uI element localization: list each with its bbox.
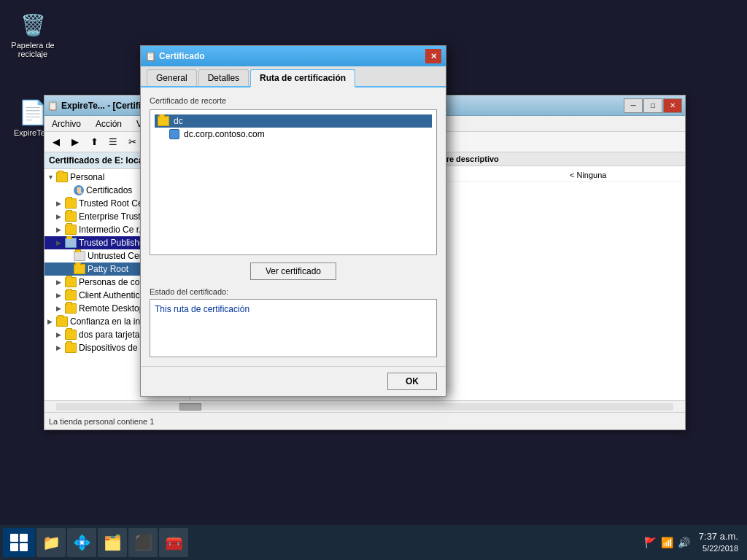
tray-icons: 🚩 📶 🔊 [644,537,690,548]
clock[interactable]: 7:37 a.m. 5/22/2018 [699,530,738,555]
menu-archivo[interactable]: Archivo [47,117,85,131]
tab-ruta-certificacion[interactable]: Ruta de certificación [250,69,355,88]
desktop: 🗑️ Papelera de reciclaje 📄 ExpireTe... 📋… [0,0,747,525]
clock-time: 7:37 a.m. [699,530,738,543]
taskbar-tools[interactable]: 🧰 [159,528,188,557]
status-text-content: This ruta de certificación [155,304,249,314]
forward-button[interactable]: ▶ [66,134,84,150]
chain-cert-icon [169,129,179,139]
start-icon [10,534,28,551]
tarjetas-folder-icon [65,330,77,340]
tab-general[interactable]: General [147,69,197,86]
start-button[interactable] [3,528,35,557]
recycle-bin-image: 🗑️ [18,10,47,39]
scroll-track [56,403,673,411]
remote-folder-icon [65,303,77,314]
flag-tray-icon: 🚩 [644,537,657,548]
mmc-minimize-button[interactable]: ─ [624,98,643,113]
tree-arrow-enterprise: ▶ [56,213,65,220]
cert-dialog: 📋 Certificado ✕ General Detalles Ruta de… [140,45,446,397]
cert-dialog-title-text: 📋 Certificado [145,51,205,61]
tree-label-remote: Remote Desktop [79,303,144,314]
mmc-close-button[interactable]: ✕ [663,98,682,113]
tree-arrow-personas: ▶ [56,279,65,286]
status-label: Estado del certificado: [150,287,437,296]
recycle-bin-label: Papelera de reciclaje [10,41,55,58]
cert-dialog-footer: OK [141,366,446,396]
cert-dialog-titlebar: 📋 Certificado ✕ [141,46,446,66]
network-tray-icon: 📶 [661,537,673,548]
intermedio-folder-icon [65,225,77,235]
confianza-folder-icon [56,316,68,327]
trusted-published-folder-icon [65,238,77,248]
tree-arrow-confianza: ▶ [47,318,56,325]
chain-dc-corp-label: dc.corp.contoso.com [184,129,265,139]
view-cert-button[interactable]: Ver certificado [250,262,336,280]
tree-arrow-intermedio: ▶ [56,226,65,233]
status-section: Estado del certificado: This ruta de cer… [150,287,437,357]
tree-label-intermedio: Intermedio Ce r... [79,225,146,235]
scissors-button[interactable]: ✂ [123,134,141,150]
tree-arrow-client: ▶ [56,292,65,299]
details-button[interactable]: ☰ [104,134,122,150]
clock-date: 5/22/2018 [699,543,738,554]
mmc-statusbar: La tienda personal contiene 1 [44,412,685,429]
row-nombre: < Ninguna [570,171,679,179]
cert-tab-bar: General Detalles Ruta de certificación [141,66,446,88]
taskbar-powershell[interactable]: 💠 [67,528,96,557]
status-box: This ruta de certificación [150,299,437,357]
cert-store-icon: 📜 [74,185,84,195]
file-image: 📄 [18,98,47,127]
chain-item-dc-corp[interactable]: dc.corp.contoso.com [155,128,432,141]
tree-arrow-trusted: ▶ [56,200,65,207]
tree-arrow-dispositivos: ▶ [56,344,65,351]
trusted-root-folder-icon [65,198,77,209]
cert-chain-label: Certificado de recorte [150,96,437,105]
mmc-maximize-button[interactable]: □ [643,98,662,113]
dispositivos-folder-icon [65,343,77,353]
taskbar: 📁 💠 🗂️ ⬛ 🧰 🚩 📶 🔊 7:37 a.m. 5/22/2018 [0,525,747,560]
client-folder-icon [65,290,77,300]
cert-chain-box[interactable]: dc dc.corp.contoso.com [150,109,437,255]
tree-label-personal: Personal [70,172,104,182]
cert-dialog-icon: 📋 [145,51,156,61]
menu-accion[interactable]: Acción [91,117,126,131]
mmc-title-icon: 📋 [47,101,58,111]
scroll-thumb [179,403,201,411]
personas-folder-icon [65,277,77,287]
tree-arrow-published: ▶ [56,239,65,246]
untrusted-folder-icon [74,251,85,261]
cert-dialog-close-button[interactable]: ✕ [425,49,441,63]
status-text: La tienda personal contiene 1 [49,417,154,426]
cert-dialog-body: Certificado de recorte dc dc.corp.contos… [141,88,446,366]
tree-label-patty-root: Patty Root [88,264,128,274]
mmc-scrollbar[interactable] [44,400,685,412]
mmc-window-controls: ─ □ ✕ [624,98,682,113]
taskbar-cmd[interactable]: ⬛ [128,528,158,557]
system-tray: 🚩 📶 🔊 7:37 a.m. 5/22/2018 [638,530,744,555]
ok-button[interactable]: OK [387,373,437,390]
personal-folder-icon [56,172,68,182]
enterprise-folder-icon [65,211,77,222]
tree-arrow-remote: ▶ [56,305,65,312]
chain-dc-label: dc [174,116,183,126]
up-button[interactable]: ⬆ [85,134,103,150]
chain-item-dc[interactable]: dc [155,114,432,128]
chain-dc-icon [158,116,169,126]
taskbar-folder[interactable]: 🗂️ [98,528,127,557]
recycle-bin-icon[interactable]: 🗑️ Papelera de reciclaje [7,7,58,61]
tree-label-enterprise: Enterprise Trust [79,211,141,222]
tree-arrow: ▼ [47,174,56,181]
tab-detalles[interactable]: Detalles [198,69,249,86]
patty-root-folder-icon [74,264,85,274]
volume-tray-icon: 🔊 [678,537,690,548]
taskbar-file-explorer[interactable]: 📁 [36,528,66,557]
back-button[interactable]: ◀ [47,134,65,150]
tree-arrow-tarjetas: ▶ [56,331,65,338]
tree-label-certificados: Certificados [86,185,132,195]
